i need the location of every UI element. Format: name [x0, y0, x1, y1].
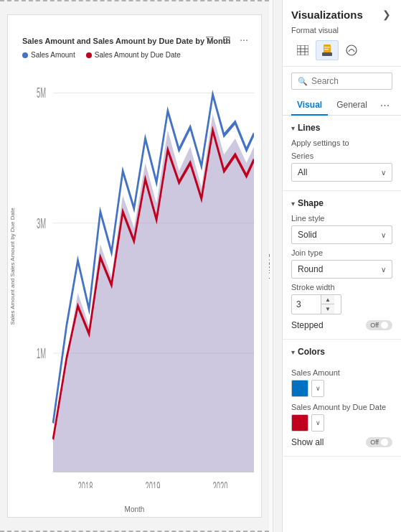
color-picker-row-1: ∨ — [291, 414, 392, 431]
colors-section: ▾ Colors Sales Amount ∨ Sales Amount by … — [283, 340, 401, 457]
color-item-label-1: Sales Amount by Due Date — [291, 403, 392, 411]
toggle-thumb — [381, 322, 388, 329]
apply-settings-label: Apply settings to — [291, 139, 392, 147]
color-swatch-1[interactable] — [291, 414, 308, 431]
panel-title: Visualizations — [291, 9, 363, 21]
search-container: 🔍 — [291, 73, 392, 90]
tab-more-button[interactable]: ··· — [376, 96, 394, 115]
panel-content: ▾ Lines Apply settings to Series All ∨ ▾… — [283, 116, 401, 532]
analytics-button[interactable] — [340, 40, 363, 60]
series-field-label: Series — [291, 151, 392, 160]
chart-svg: 5M 3M 1M 2018 2019 2020 — [37, 65, 254, 488]
panel-header: Visualizations ❯ Format visual — [283, 0, 401, 67]
svg-rect-12 — [297, 45, 308, 55]
color-chevron-button-0[interactable]: ∨ — [311, 380, 324, 397]
chart-toolbar: ▽ ⊡ ··· — [203, 33, 250, 46]
panel-title-row: Visualizations ❯ — [291, 7, 392, 22]
stroke-width-stepper: ▲ ▼ — [291, 294, 341, 314]
show-all-label: Show all — [291, 437, 324, 447]
svg-rect-19 — [324, 47, 330, 48]
stroke-width-label: Stroke width — [291, 283, 392, 291]
search-icon: 🔍 — [298, 77, 308, 86]
legend-dot-due-date — [86, 52, 92, 58]
svg-point-21 — [346, 45, 357, 55]
legend-item-due-date: Sales Amount by Due Date — [86, 51, 181, 59]
lines-chevron-icon: ▾ — [291, 124, 295, 132]
more-options-icon[interactable]: ··· — [237, 33, 250, 46]
panel-close-button[interactable]: ❯ — [381, 7, 392, 22]
color-picker-row-0: ∨ — [291, 380, 392, 397]
svg-text:5M: 5M — [37, 85, 46, 101]
shape-section-header[interactable]: ▾ Shape — [283, 191, 401, 214]
stepped-toggle[interactable]: Off — [366, 320, 392, 330]
chart-area: ▽ ⊡ ··· Sales Amount and Sales Amount by… — [0, 0, 269, 532]
svg-text:2019: 2019 — [145, 479, 160, 488]
line-style-chevron-icon: ∨ — [381, 231, 386, 239]
show-all-toggle-row: Show all Off — [291, 437, 392, 447]
line-style-select[interactable]: Solid ∨ — [291, 225, 392, 244]
series-value: All — [298, 167, 307, 177]
svg-rect-18 — [322, 52, 332, 56]
shape-section: ▾ Shape Line style Solid ∨ Join type Rou… — [283, 191, 401, 340]
series-chevron-icon: ∨ — [381, 169, 386, 177]
stepper-up-button[interactable]: ▲ — [321, 295, 334, 304]
stepped-label: Stepped — [291, 320, 324, 330]
table-view-button[interactable] — [291, 40, 314, 60]
legend-label-due-date: Sales Amount by Due Date — [95, 51, 181, 59]
svg-text:3M: 3M — [37, 215, 46, 231]
search-input[interactable] — [311, 76, 386, 86]
legend-item-sales: Sales Amount — [22, 51, 75, 59]
lines-section-body: Apply settings to Series All ∨ — [283, 139, 401, 190]
right-panel: Visualizations ❯ Format visual — [282, 0, 401, 532]
chart-container: ▽ ⊡ ··· Sales Amount and Sales Amount by… — [7, 14, 262, 518]
svg-text:1M: 1M — [37, 345, 46, 361]
lines-section-header[interactable]: ▾ Lines — [283, 116, 401, 139]
legend-dot-sales — [22, 52, 28, 58]
line-style-value: Solid — [298, 230, 317, 240]
shape-section-title: Shape — [298, 198, 324, 208]
stepped-toggle-row: Stepped Off — [291, 320, 392, 330]
svg-text:2020: 2020 — [213, 479, 228, 488]
x-axis-label: Month — [125, 505, 145, 513]
line-style-label: Line style — [291, 214, 392, 223]
stepper-buttons: ▲ ▼ — [321, 295, 334, 314]
focus-icon[interactable]: ⊡ — [220, 33, 233, 46]
format-visual-label: Format visual — [291, 26, 392, 34]
tab-general[interactable]: General — [331, 95, 373, 116]
color-item-label-0: Sales Amount — [291, 368, 392, 377]
stepped-toggle-value: Off — [370, 322, 379, 329]
y-axis-label: Sales Amount and Sales Amount by Due Dat… — [9, 207, 16, 325]
join-type-label: Join type — [291, 248, 392, 257]
join-type-select[interactable]: Round ∨ — [291, 260, 392, 279]
show-all-toggle[interactable]: Off — [366, 437, 392, 447]
show-all-toggle-thumb — [381, 439, 388, 446]
lines-section: ▾ Lines Apply settings to Series All ∨ — [283, 116, 401, 191]
colors-section-body: Sales Amount ∨ Sales Amount by Due Date … — [283, 368, 401, 456]
join-type-value: Round — [298, 264, 323, 274]
svg-rect-20 — [324, 49, 329, 50]
legend-label-sales: Sales Amount — [31, 51, 75, 59]
colors-section-title: Colors — [298, 347, 325, 357]
stroke-width-input[interactable] — [292, 296, 321, 313]
format-visual-button[interactable] — [316, 40, 339, 60]
chart-legend: Sales Amount Sales Amount by Due Date — [22, 51, 181, 59]
chart-title: Sales Amount and Sales Amount by Due Dat… — [22, 37, 230, 45]
show-all-toggle-value: Off — [370, 439, 379, 446]
shape-section-body: Line style Solid ∨ Join type Round ∨ Str… — [283, 214, 401, 339]
series-select[interactable]: All ∨ — [291, 163, 392, 182]
format-icon-row — [291, 40, 392, 60]
colors-section-header[interactable]: ▾ Colors — [283, 340, 401, 363]
tab-visual[interactable]: Visual — [291, 95, 328, 116]
color-chevron-button-1[interactable]: ∨ — [311, 414, 324, 431]
lines-section-title: Lines — [298, 123, 320, 133]
colors-chevron-icon: ▾ — [291, 348, 295, 356]
chart-border-top — [0, 0, 269, 1]
color-swatch-0[interactable] — [291, 380, 308, 397]
stepper-down-button[interactable]: ▼ — [321, 304, 334, 314]
shape-chevron-icon: ▾ — [291, 200, 295, 207]
filter-icon[interactable]: ▽ — [203, 33, 216, 46]
svg-text:2018: 2018 — [77, 479, 93, 488]
join-type-chevron-icon: ∨ — [381, 266, 386, 274]
tabs-row: Visual General ··· — [283, 95, 401, 116]
